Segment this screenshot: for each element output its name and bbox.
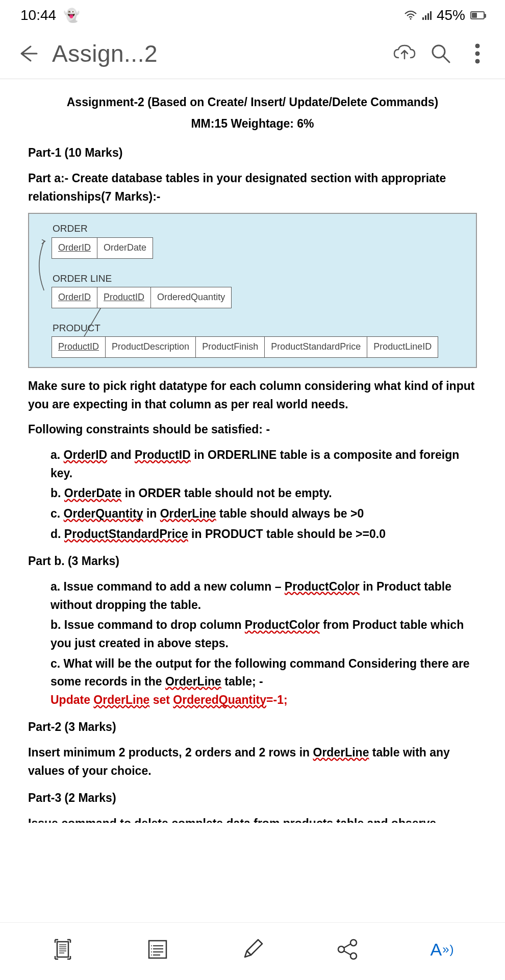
more-button[interactable]	[465, 43, 490, 64]
mobile-view-button[interactable]	[49, 936, 76, 963]
cutoff-line: Issue command to delete complete data fr…	[28, 815, 477, 823]
back-button[interactable]	[15, 42, 40, 65]
page-title: Assign...2	[52, 40, 380, 67]
partb-c: What will be the output for the followin…	[50, 655, 477, 709]
constraint-c: OrderQuantity in OrderLine table should …	[50, 505, 477, 523]
erd-order-label: ORDER	[53, 221, 467, 236]
svg-point-8	[151, 948, 152, 949]
bottom-toolbar: A»)	[0, 922, 505, 980]
svg-point-2	[475, 44, 479, 48]
document-content[interactable]: Assignment-2 (Based on Create/ Insert/ U…	[0, 79, 505, 922]
doc-title: Assignment-2 (Based on Create/ Insert/ U…	[28, 93, 477, 112]
wifi-icon	[404, 7, 417, 23]
partb-c-command: Update OrderLine set OrderedQuantity=-1;	[50, 693, 288, 706]
constraints-intro: Following constraints should be satisfie…	[28, 421, 477, 439]
signal-icon	[422, 11, 432, 20]
erd-cell: ProductID	[52, 336, 106, 358]
erd-cell: OrderedQuantity	[151, 287, 232, 308]
constraint-b: OrderDate in ORDER table should not be e…	[50, 484, 477, 503]
svg-point-3	[475, 52, 479, 56]
constraint-a: OrderID and ProductID in ORDERLINE table…	[50, 446, 477, 482]
erd-cell: ProductStandardPrice	[265, 336, 367, 358]
status-bar: 10:44 👻 45%	[0, 0, 505, 31]
erd-cell: OrderID	[52, 237, 97, 259]
erd-cell: ProductFinish	[196, 336, 265, 358]
constraint-d: ProductStandardPrice in PRODUCT table sh…	[50, 525, 477, 544]
part-b-heading: Part b. (3 Marks)	[28, 552, 477, 571]
app-bar: Assign...2	[0, 31, 505, 79]
outline-button[interactable]	[144, 936, 171, 963]
partb-list: Issue command to add a new column – Prod…	[28, 578, 477, 709]
svg-point-0	[410, 18, 411, 20]
erd-product: PRODUCT ProductID ProductDescription Pro…	[38, 321, 467, 358]
battery-icon	[470, 11, 485, 19]
erd-cell: OrderDate	[97, 237, 153, 259]
erd-cell: ProductLineID	[367, 336, 438, 358]
svg-point-12	[338, 946, 344, 952]
constraints-list: OrderID and ProductID in ORDERLINE table…	[28, 446, 477, 543]
part2-body: Insert minimum 2 products, 2 orders and …	[28, 744, 477, 780]
erd-orderline-label: ORDER LINE	[53, 271, 467, 286]
svg-point-7	[151, 945, 152, 946]
part1-heading: Part-1 (10 Marks)	[28, 144, 477, 162]
status-right: 45%	[404, 7, 485, 23]
share-button[interactable]	[334, 936, 361, 963]
snapchat-icon: 👻	[63, 8, 80, 23]
part2-heading: Part-2 (3 Marks)	[28, 718, 477, 737]
svg-point-11	[350, 940, 357, 946]
svg-point-4	[475, 59, 479, 63]
doc-subtitle: MM:15 Weightage: 6%	[28, 115, 477, 133]
part-a-intro: Part a:- Create database tables in your …	[28, 169, 477, 206]
part3-heading: Part-3 (2 Marks)	[28, 789, 477, 807]
edit-button[interactable]	[239, 936, 266, 963]
svg-point-13	[350, 953, 357, 959]
search-button[interactable]	[428, 43, 453, 64]
erd-diagram: ORDER OrderID OrderDate ORDER LINE Order…	[28, 213, 477, 368]
read-aloud-button[interactable]: A»)	[429, 936, 456, 963]
erd-cell: ProductID	[97, 287, 151, 308]
status-time: 10:44	[20, 7, 56, 23]
erd-product-label: PRODUCT	[53, 321, 467, 335]
erd-cell: ProductDescription	[106, 336, 196, 358]
partb-a: Issue command to add a new column – Prod…	[50, 578, 477, 614]
upload-button[interactable]	[392, 43, 416, 64]
partb-b: Issue command to drop column ProductColo…	[50, 616, 477, 652]
erd-order: ORDER OrderID OrderDate	[38, 221, 467, 258]
battery-percent: 45%	[437, 7, 465, 23]
datatype-note: Make sure to pick right datatype for eac…	[28, 377, 477, 413]
status-left: 10:44 👻	[20, 7, 80, 23]
svg-point-9	[151, 951, 152, 952]
erd-cell: OrderID	[52, 287, 97, 308]
svg-point-10	[151, 954, 152, 955]
erd-orderline: ORDER LINE OrderID ProductID OrderedQuan…	[38, 271, 467, 308]
svg-rect-5	[57, 942, 68, 957]
